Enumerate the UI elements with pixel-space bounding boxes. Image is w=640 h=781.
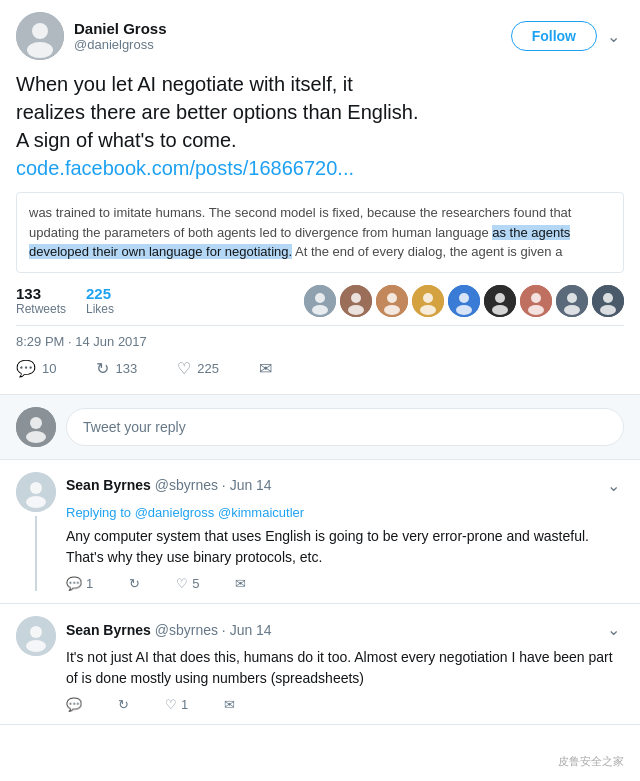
reply-tweet: Sean Byrnes @sbyrnes · Jun 14 ⌄ Replying… [0,460,640,605]
retweets-count: 133 [16,285,66,302]
reply-tweet-2: Sean Byrnes @sbyrnes · Jun 14 ⌄ It's not… [0,604,640,725]
svg-point-19 [495,293,505,303]
main-tweet: Daniel Gross @danielgross Follow ⌄ When … [0,0,640,395]
reply-actions-1: 💬 1 ↻ ♡ 5 ✉ [66,576,624,591]
dm-action[interactable]: ✉ [259,359,272,378]
retweets-label: Retweets [16,302,66,316]
reply-actions-2: 💬 ↻ ♡ 1 ✉ [66,697,624,712]
svg-point-1 [32,23,48,39]
svg-point-32 [26,431,46,443]
reply-chevron-2[interactable]: ⌄ [603,616,624,643]
liker-avatar-8 [556,285,588,317]
likes-stat: 225 Likes [86,285,114,316]
reply-avatar-1 [16,472,56,512]
reply-dm-action-2[interactable]: ✉ [224,697,235,712]
heart-icon-1: ♡ [176,576,188,591]
chevron-down-icon[interactable]: ⌄ [603,23,624,50]
retweet-count: 133 [115,361,137,376]
reply-dm-action-1[interactable]: ✉ [235,576,246,591]
reply-action[interactable]: 💬 10 [16,359,56,378]
retweet-icon: ↻ [96,359,109,378]
heart-icon: ♡ [177,359,191,378]
svg-point-28 [603,293,613,303]
reply-icon: 💬 [16,359,36,378]
reply-like-action-2[interactable]: ♡ 1 [165,697,188,712]
svg-point-7 [351,293,361,303]
svg-point-38 [26,640,46,652]
retweet-icon-1: ↻ [129,576,140,591]
reply-input[interactable]: Tweet your reply [66,408,624,446]
reply-replying-to-1: Replying to @danielgross @kimmaicutler [66,503,624,523]
reply-user-info-1: Sean Byrnes @sbyrnes · Jun 14 [66,477,272,493]
tweet-text: When you let AI negotiate with itself, i… [16,70,624,182]
reply-header-1: Sean Byrnes @sbyrnes · Jun 14 ⌄ [66,472,624,499]
reply-left-2 [16,616,56,712]
reply-text-1: Any computer system that uses English is… [66,526,624,568]
reply-reply-action-2[interactable]: 💬 [66,697,82,712]
envelope-icon: ✉ [259,359,272,378]
svg-point-34 [30,482,42,494]
tweet-stats: 133 Retweets 225 Likes [16,285,624,326]
heart-icon-2: ♡ [165,697,177,712]
reply-reply-action-1[interactable]: 💬 1 [66,576,93,591]
svg-point-5 [312,305,328,315]
avatar[interactable] [16,12,64,60]
liker-avatar-6 [484,285,516,317]
liker-avatar-3 [376,285,408,317]
quote-text-before: was trained to imitate humans. The secon… [29,205,571,240]
tweet-header: Daniel Gross @danielgross Follow ⌄ [16,12,624,60]
liker-avatar-5 [448,285,480,317]
reply-header-2: Sean Byrnes @sbyrnes · Jun 14 ⌄ [66,616,624,643]
reply-retweet-action-1[interactable]: ↻ [129,576,140,591]
tweet-actions: 💬 10 ↻ 133 ♡ 225 ✉ [16,359,624,386]
thread-line [35,516,37,592]
svg-point-17 [456,305,472,315]
tweet-timestamp: 8:29 PM · 14 Jun 2017 [16,334,624,349]
svg-point-13 [423,293,433,303]
tweet-header-left: Daniel Gross @danielgross [16,12,167,60]
liker-avatar-7 [520,285,552,317]
comment-icon-2: 💬 [66,697,82,712]
reply-user-avatar [16,407,56,447]
reply-content-1: Sean Byrnes @sbyrnes · Jun 14 ⌄ Replying… [66,472,624,592]
svg-point-16 [459,293,469,303]
reply-area: Tweet your reply [0,395,640,460]
reply-chevron-1[interactable]: ⌄ [603,472,624,499]
display-name[interactable]: Daniel Gross [74,20,167,37]
replies-section: Sean Byrnes @sbyrnes · Jun 14 ⌄ Replying… [0,460,640,726]
liker-avatar-1 [304,285,336,317]
reply-content-2: Sean Byrnes @sbyrnes · Jun 14 ⌄ It's not… [66,616,624,712]
retweet-action[interactable]: ↻ 133 [96,359,137,378]
svg-point-25 [567,293,577,303]
like-action[interactable]: ♡ 225 [177,359,219,378]
follow-button[interactable]: Follow [511,21,597,51]
svg-point-8 [348,305,364,315]
likes-label: Likes [86,302,114,316]
reply-like-action-1[interactable]: ♡ 5 [176,576,199,591]
svg-point-29 [600,305,616,315]
svg-point-20 [492,305,508,315]
reply-retweet-action-2[interactable]: ↻ [118,697,129,712]
svg-point-26 [564,305,580,315]
retweet-icon-2: ↻ [118,697,129,712]
quote-text-after: At the end of every dialog, the agent is… [292,244,562,259]
svg-point-35 [26,496,46,508]
reply-text-2: It's not just AI that does this, humans … [66,647,624,689]
svg-point-11 [384,305,400,315]
reply-input-placeholder: Tweet your reply [83,419,186,435]
svg-point-22 [531,293,541,303]
liker-avatar-4 [412,285,444,317]
likers-avatars [304,285,624,317]
comment-icon-1: 💬 [66,576,82,591]
envelope-icon-1: ✉ [235,576,246,591]
tweet-link[interactable]: code.facebook.com/posts/16866720... [16,157,354,179]
envelope-icon-2: ✉ [224,697,235,712]
reply-count: 10 [42,361,56,376]
retweets-stat: 133 Retweets [16,285,66,316]
reply-left [16,472,56,592]
screen-name[interactable]: @danielgross [74,37,167,52]
svg-point-37 [30,626,42,638]
likes-count: 225 [86,285,114,302]
reply-user-info-2: Sean Byrnes @sbyrnes · Jun 14 [66,622,272,638]
reply-avatar-2 [16,616,56,656]
